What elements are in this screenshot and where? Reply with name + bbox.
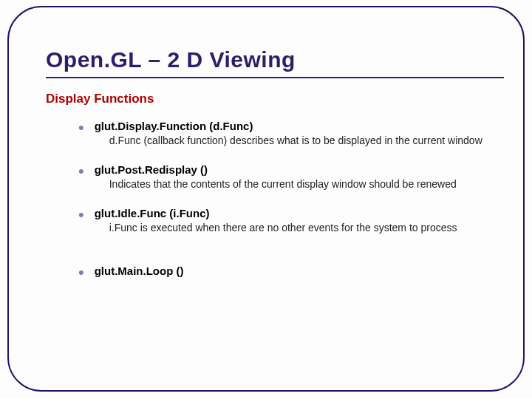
spacer	[78, 251, 497, 265]
slide-frame: Open.GL – 2 D Viewing Display Functions …	[0, 0, 532, 399]
title-row: Open.GL – 2 D Viewing	[46, 47, 504, 72]
function-description: d.Func (callback function) describes wha…	[109, 134, 497, 147]
bullet-body: glut.Post.Redisplay () Indicates that th…	[95, 163, 497, 191]
function-description: Indicates that the contents of the curre…	[109, 177, 497, 191]
title-underline	[46, 77, 504, 78]
function-name: glut.Display.Function (d.Func)	[95, 120, 497, 132]
bullet-body: glut.Main.Loop ()	[95, 265, 497, 277]
slide-content: Open.GL – 2 D Viewing Display Functions …	[12, 10, 520, 301]
bullet-body: glut.Display.Function (d.Func) d.Func (c…	[95, 120, 497, 147]
bullet-icon: •	[78, 267, 84, 278]
list-item: • glut.Idle.Func (i.Func) i.Func is exec…	[78, 207, 497, 234]
function-name: glut.Post.Redisplay ()	[95, 163, 497, 176]
list-item: • glut.Post.Redisplay () Indicates that …	[78, 163, 497, 191]
bullet-icon: •	[78, 166, 84, 177]
slide-title: Open.GL – 2 D Viewing	[46, 47, 296, 72]
section-heading: Display Functions	[46, 92, 504, 106]
bullet-body: glut.Idle.Func (i.Func) i.Func is execut…	[95, 207, 497, 234]
function-name: glut.Idle.Func (i.Func)	[95, 207, 497, 219]
function-description: i.Func is executed when there are no oth…	[109, 221, 497, 234]
function-name: glut.Main.Loop ()	[95, 265, 497, 277]
list-item: • glut.Display.Function (d.Func) d.Func …	[78, 120, 497, 147]
bullet-icon: •	[78, 210, 84, 220]
bullet-icon: •	[78, 123, 84, 133]
list-item: • glut.Main.Loop ()	[78, 265, 497, 278]
bullet-list: • glut.Display.Function (d.Func) d.Func …	[78, 120, 497, 278]
